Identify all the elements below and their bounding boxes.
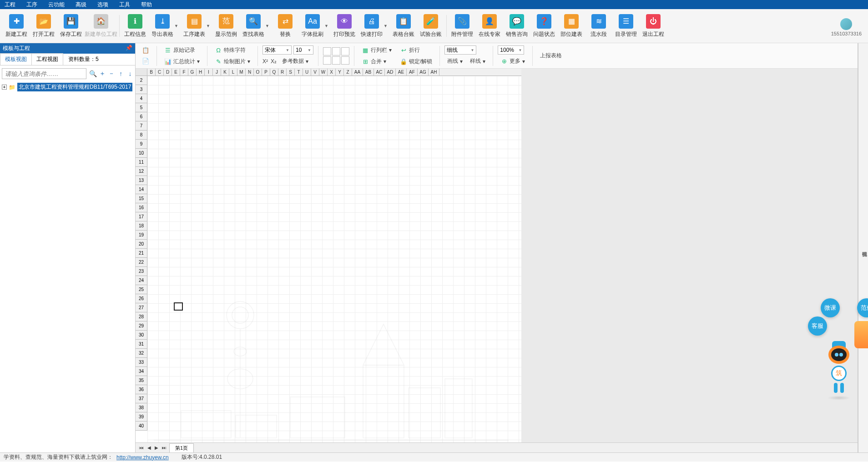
col-header-G[interactable]: G: [188, 69, 197, 75]
col-header-AH[interactable]: AH: [429, 69, 439, 75]
alignment-grid[interactable]: [323, 47, 349, 65]
spreadsheet-area[interactable]: BCDEFGHIJKLMNOPQRSTUVWXYZAAABACADAEAFAGA…: [136, 69, 858, 442]
row-header-11[interactable]: 11: [136, 158, 147, 167]
copy-button[interactable]: 📋: [139, 46, 152, 55]
toolbar-打印预览[interactable]: 👁打印预览: [331, 14, 358, 38]
side-promo-widget[interactable]: [854, 321, 868, 348]
toolbar-工程信息[interactable]: ℹ工程信息: [121, 14, 149, 38]
row-header-34[interactable]: 34: [136, 367, 147, 376]
user-area[interactable]: 15510373316: [831, 18, 862, 36]
robot-icon[interactable]: 筑: [826, 339, 852, 380]
zoom-select[interactable]: 100%▼: [498, 45, 524, 55]
toolbar-退出工程[interactable]: ⏻退出工程: [640, 14, 667, 38]
row-header-16[interactable]: 16: [136, 203, 147, 212]
draw-image-button[interactable]: ✎绘制图片 ▾: [212, 57, 253, 66]
row-header-32[interactable]: 32: [136, 349, 147, 358]
col-header-AF[interactable]: AF: [407, 69, 418, 75]
row-header-36[interactable]: 36: [136, 385, 147, 394]
row-header-6[interactable]: 6: [136, 112, 147, 121]
font-size-select[interactable]: 10▼: [293, 45, 313, 55]
paste-button[interactable]: 📄: [139, 57, 152, 66]
dropdown-arrow-icon[interactable]: ▼: [324, 24, 329, 28]
wrap-button[interactable]: ↩折行: [397, 45, 435, 55]
col-header-AG[interactable]: AG: [418, 69, 429, 75]
col-header-Q[interactable]: Q: [270, 69, 278, 75]
superscript-button[interactable]: X²: [262, 58, 268, 65]
menu-1[interactable]: 工序: [26, 1, 37, 9]
rowcol-button[interactable]: ▦行列栏 ▾: [359, 45, 394, 55]
toolbar-表格台账[interactable]: 📋表格台账: [390, 14, 417, 38]
remove-icon[interactable]: －: [108, 70, 115, 78]
sheet-nav-first[interactable]: ⏮: [138, 445, 145, 450]
toolbar-导出表格[interactable]: ⤓导出表格: [149, 14, 176, 38]
up-icon[interactable]: ↑: [118, 70, 124, 77]
assistant-bubble-微课[interactable]: 微课: [821, 298, 840, 317]
row-header-13[interactable]: 13: [136, 176, 147, 185]
col-header-C[interactable]: C: [156, 69, 164, 75]
row-header-30[interactable]: 30: [136, 331, 147, 340]
original-record-button[interactable]: ☰原始记录: [161, 45, 202, 55]
row-header-25[interactable]: 25: [136, 285, 147, 294]
toolbar-快速打印[interactable]: 🖨快速打印: [358, 14, 385, 38]
dropdown-arrow-icon[interactable]: ▼: [174, 24, 179, 28]
row-header-5[interactable]: 5: [136, 103, 147, 112]
toolbar-新建工程[interactable]: ✚新建工程: [3, 14, 30, 38]
merge-button[interactable]: ⊞合并 ▾: [359, 57, 394, 66]
col-header-S[interactable]: S: [287, 69, 295, 75]
toolbar-附件管理[interactable]: 📎附件管理: [449, 14, 476, 38]
row-header-38[interactable]: 38: [136, 403, 147, 412]
col-header-D[interactable]: D: [164, 69, 172, 75]
row-header-3[interactable]: 3: [136, 85, 147, 94]
col-header-AC[interactable]: AC: [374, 69, 385, 75]
col-header-T[interactable]: T: [295, 69, 303, 75]
toolbar-销售咨询[interactable]: 💬销售咨询: [503, 14, 530, 38]
dropdown-arrow-icon[interactable]: ▼: [206, 24, 211, 28]
row-header-18[interactable]: 18: [136, 221, 147, 231]
row-header-4[interactable]: 4: [136, 94, 147, 103]
row-header-8[interactable]: 8: [136, 131, 147, 140]
row-header-2[interactable]: 2: [136, 76, 147, 85]
assistant-bubble-客服[interactable]: 客服: [808, 316, 827, 336]
sheet-tab-1[interactable]: 第1页: [169, 443, 194, 452]
font-family-select[interactable]: 宋体▼: [262, 45, 292, 55]
row-header-33[interactable]: 33: [136, 358, 147, 367]
row-header-22[interactable]: 22: [136, 258, 147, 267]
dropdown-arrow-icon[interactable]: ▼: [384, 24, 388, 28]
col-header-R[interactable]: R: [278, 69, 287, 75]
row-header-24[interactable]: 24: [136, 276, 147, 285]
col-header-W[interactable]: W: [319, 69, 328, 75]
col-header-E[interactable]: E: [172, 69, 180, 75]
col-header-H[interactable]: H: [197, 69, 205, 75]
tab-template-view[interactable]: 模板视图: [0, 53, 32, 65]
dropdown-arrow-icon[interactable]: ▼: [265, 24, 270, 28]
col-header-Z[interactable]: Z: [344, 69, 352, 75]
col-header-M[interactable]: M: [237, 69, 246, 75]
col-header-X[interactable]: X: [328, 69, 336, 75]
lock-button[interactable]: 🔒锁定/解锁: [397, 57, 435, 66]
row-header-7[interactable]: 7: [136, 121, 147, 131]
toolbar-目录管理[interactable]: ☰目录管理: [612, 14, 640, 38]
row-header-35[interactable]: 35: [136, 376, 147, 385]
col-header-Y[interactable]: Y: [336, 69, 344, 75]
special-char-button[interactable]: Ω特殊字符: [212, 45, 253, 55]
toolbar-打开工程[interactable]: 📂打开工程: [30, 14, 57, 38]
add-icon[interactable]: ＋: [99, 70, 106, 78]
col-header-AB[interactable]: AB: [363, 69, 374, 75]
row-header-9[interactable]: 9: [136, 140, 147, 149]
patterns-button[interactable]: 样线 ▾: [467, 56, 488, 66]
row-header-15[interactable]: 15: [136, 194, 147, 203]
col-header-AD[interactable]: AD: [385, 69, 396, 75]
col-header-AE[interactable]: AE: [396, 69, 407, 75]
toolbar-保存工程[interactable]: 💾保存工程: [57, 14, 85, 38]
summary-stats-button[interactable]: 📊汇总统计 ▾: [161, 57, 202, 66]
row-header-23[interactable]: 23: [136, 267, 147, 276]
row-header-10[interactable]: 10: [136, 149, 147, 158]
line-style-select[interactable]: 细线▼: [444, 45, 476, 55]
row-header-37[interactable]: 37: [136, 394, 147, 403]
row-header-19[interactable]: 19: [136, 231, 147, 240]
col-header-O[interactable]: O: [254, 69, 262, 75]
tree-root-row[interactable]: + 📁 北京市建筑工程资料管理规程DB11/T695-2017: [2, 83, 133, 91]
toolbar-查找表格[interactable]: 🔍查找表格: [240, 14, 267, 38]
tree-expand-icon[interactable]: +: [2, 85, 7, 90]
menu-5[interactable]: 工具: [119, 1, 130, 9]
